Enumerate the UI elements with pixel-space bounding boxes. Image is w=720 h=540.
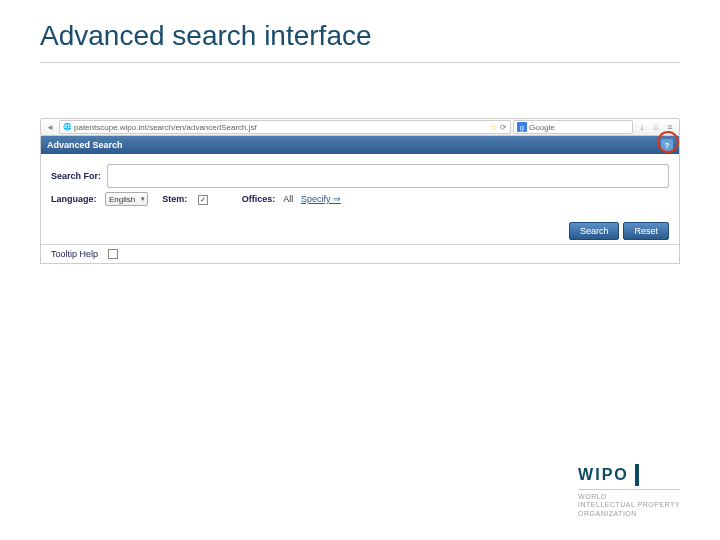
specify-link[interactable]: Specify ⇒ [301,194,341,204]
help-icon[interactable]: ? [661,139,673,151]
wipo-line3: ORGANIZATION [578,510,680,518]
slide-title: Advanced search interface [40,20,372,52]
page-content: Advanced Search ? Search For: Language: … [40,136,680,264]
button-row: Search Reset [41,216,679,244]
tooltip-help-row: Tooltip Help [41,244,679,263]
bookmark-star-icon[interactable]: ☆ [490,123,497,132]
search-for-label: Search For: [51,171,101,181]
browser-search-box[interactable]: g Google [513,120,633,134]
tooltip-help-checkbox[interactable] [108,249,118,259]
advanced-search-header: Advanced Search ? [41,136,679,154]
browser-screenshot: ◄ 🌐 patentscope.wipo.int/search/en/advan… [40,118,680,264]
refresh-icon[interactable]: ⟳ [500,123,507,132]
title-divider [40,62,680,63]
search-for-input[interactable] [107,164,669,188]
url-text: patentscope.wipo.int/search/en/advancedS… [74,123,257,132]
download-icon[interactable]: ↓ [636,121,648,133]
search-placeholder: Google [529,123,555,132]
globe-icon: 🌐 [63,123,72,131]
home-icon[interactable]: ⌂ [650,121,662,133]
browser-toolbar: ◄ 🌐 patentscope.wipo.int/search/en/advan… [40,118,680,136]
offices-value: All [283,194,293,204]
wipo-line2: INTELLECTUAL PROPERTY [578,501,680,509]
header-title: Advanced Search [47,140,123,150]
wipo-line1: WORLD [578,493,680,501]
wipo-subtitle: WORLD INTELLECTUAL PROPERTY ORGANIZATION [578,489,680,518]
tooltip-help-label: Tooltip Help [51,249,98,259]
search-form: Search For: Language: English Stem: ✓ Of… [41,154,679,216]
reset-button[interactable]: Reset [623,222,669,240]
wipo-logo: WIPO WORLD INTELLECTUAL PROPERTY ORGANIZ… [578,464,680,518]
stem-label: Stem: [162,194,187,204]
language-select[interactable]: English [105,192,148,206]
stem-checkbox[interactable]: ✓ [198,195,208,205]
back-button[interactable]: ◄ [43,120,57,134]
language-label: Language: [51,194,97,204]
wipo-wordmark: WIPO [578,466,629,484]
search-button[interactable]: Search [569,222,620,240]
google-icon: g [517,122,527,132]
url-bar[interactable]: 🌐 patentscope.wipo.int/search/en/advance… [59,120,511,134]
offices-label: Offices: [242,194,276,204]
menu-icon[interactable]: ≡ [664,121,676,133]
wipo-bar-icon [635,464,639,486]
